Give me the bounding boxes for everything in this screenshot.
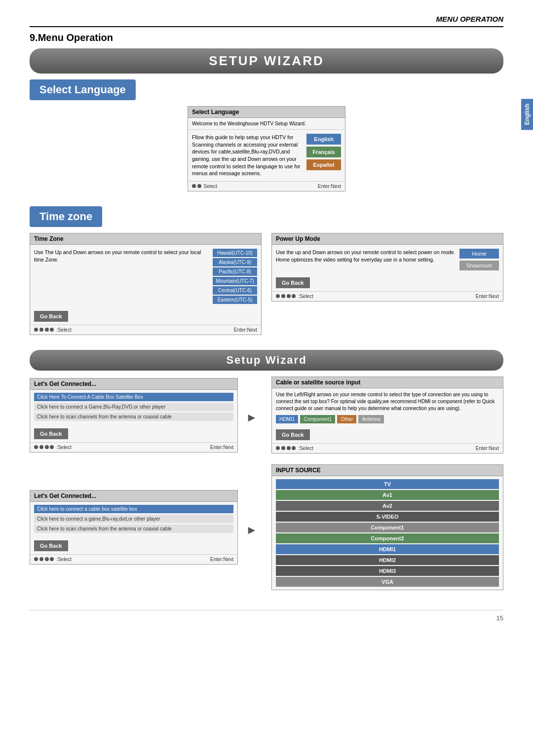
tz-eastern[interactable]: Eastern(UTC-5)	[213, 296, 257, 304]
home-button[interactable]: Home	[459, 249, 499, 259]
power-up-description: Use the up and Down arrows on your remot…	[276, 249, 456, 270]
arrow-2: ►	[242, 523, 262, 537]
cable-source-title: Cable or satellite source input	[272, 377, 503, 388]
dot10	[292, 294, 296, 298]
tz-hawaii[interactable]: Hawaii(UTC-10)	[213, 249, 257, 257]
showroom-button[interactable]: Showroom	[459, 261, 499, 270]
setup-row-1: Let's Get Connected... Click Here To Con…	[30, 377, 503, 458]
power-up-footer: :Select Enter:Next	[272, 291, 503, 301]
dot21	[45, 557, 49, 561]
lets-get-connected-1-dialog: Let's Get Connected... Click Here To Con…	[30, 378, 238, 453]
pu-footer-select: :Select	[298, 294, 313, 299]
tz-mountain[interactable]: Mountain(UTC-7)	[213, 277, 257, 285]
arrow-1: ►	[242, 411, 262, 424]
lgc2-option-2[interactable]: Click here to connect a game,Blu-ray,dvd…	[34, 515, 233, 523]
dot9	[287, 294, 291, 298]
tz-footer-icons: :Select	[34, 327, 72, 333]
dot16	[281, 446, 285, 450]
lgc2-footer-next: Enter:Next	[210, 557, 233, 562]
tz-pacific[interactable]: Pacific(UTC-8)	[213, 267, 257, 276]
francais-button[interactable]: Français	[306, 147, 341, 157]
setup-wizard-section-banner: Setup Wizard	[30, 350, 503, 371]
input-source-dialog: INPUT SOURCE TV Av1 Av2 S-VIDEO Componen…	[271, 464, 503, 590]
lgc1-footer-select: :Select	[56, 445, 72, 450]
input-hdmi3[interactable]: HDMI3	[276, 566, 499, 576]
dot8	[281, 294, 285, 298]
cable-source-go-back[interactable]: Go Back	[276, 429, 310, 440]
connected2-arrow-input: Let's Get Connected... Click here to con…	[30, 464, 262, 595]
lgc2-options: Click here to connect a cable box satell…	[30, 502, 237, 537]
power-up-go-back[interactable]: Go Back	[276, 277, 310, 288]
input-tv[interactable]: TV	[276, 479, 499, 489]
power-mode-buttons: Home Showroom	[459, 249, 499, 270]
input-av2[interactable]: Av2	[276, 501, 499, 511]
setup-row-2: Let's Get Connected... Click here to con…	[30, 464, 503, 595]
cs-footer-icons: :Select	[276, 446, 313, 451]
dot4	[39, 328, 43, 332]
lgc2-footer-select: :Select	[56, 557, 72, 562]
time-zone-dialog: Time Zone Use The Up and Down arrows on …	[30, 233, 262, 335]
dot13	[45, 445, 49, 449]
lgc2-option-1[interactable]: Click here to connect a cable box satell…	[34, 505, 233, 513]
lgc1-go-back[interactable]: Go Back	[34, 428, 68, 439]
select-language-content: Fllow this guide to help setup your HDTV…	[188, 130, 345, 181]
select-language-dialog-title: Select Language	[188, 107, 345, 118]
tz-central[interactable]: Central(UTC-6)	[213, 286, 257, 295]
lets-get-connected-2-col: Let's Get Connected... Click here to con…	[30, 490, 238, 569]
input-vga[interactable]: VGA	[276, 577, 499, 587]
tz-alaska[interactable]: Alaska(UTC-9)	[213, 258, 257, 266]
setup-wizard-banner: SETUP WIZARD	[30, 48, 503, 74]
lgc1-title: Let's Get Connected...	[30, 378, 237, 390]
dot22	[50, 557, 54, 561]
power-up-col: Power Up Mode Use the up and Down arrows…	[271, 233, 503, 340]
time-zone-go-back[interactable]: Go Back	[34, 311, 68, 322]
select-language-instructions: Fllow this guide to help setup your HDTV…	[192, 134, 303, 177]
timezone-buttons: Hawaii(UTC-10) Alaska(UTC-9) Pacific(UTC…	[213, 249, 257, 304]
source-buttons: HDMI1 Component1 Other Antenna	[276, 415, 499, 423]
espanol-button[interactable]: Español	[306, 159, 341, 170]
time-zone-dialog-title: Time Zone	[30, 233, 261, 245]
footer-select-label: Select	[204, 184, 218, 189]
lgc1-option-2[interactable]: Click here to connect a Game,Blu-Ray,DVD…	[34, 403, 233, 411]
input-av1[interactable]: Av1	[276, 490, 499, 500]
dot12	[39, 445, 43, 449]
dot1	[192, 184, 196, 188]
hdmi1-button[interactable]: HDMI1	[276, 415, 298, 423]
dot7	[276, 294, 280, 298]
lgc1-option-3[interactable]: Click here to scan channels from the ant…	[34, 413, 233, 421]
section-title: 9.Menu Operation	[30, 32, 503, 43]
pu-footer-next: Enter:Next	[476, 294, 499, 299]
english-button[interactable]: English	[306, 134, 341, 145]
lgc1-options: Click Here To Connect A Cable Box Satell…	[30, 390, 237, 425]
dot20	[39, 557, 43, 561]
cs-footer-select: :Select	[298, 446, 313, 451]
time-zone-row: Time Zone Use The Up and Down arrows on …	[30, 233, 503, 340]
time-zone-section: Time zone Time Zone Use The Up and Down …	[30, 206, 503, 340]
select-language-dialog: Select Language Welcome to the Westingho…	[188, 106, 345, 191]
other-button[interactable]: Other	[337, 415, 356, 423]
input-svideo[interactable]: S-VIDEO	[276, 512, 499, 522]
select-language-header: Select Language	[30, 79, 136, 100]
lgc1-footer: :Select Enter:Next	[30, 442, 237, 452]
antenna-button[interactable]: Antenna	[358, 415, 383, 423]
lgc2-option-3[interactable]: Click here to scan channels from the ant…	[34, 525, 233, 533]
tz-footer-next: Enter:Next	[234, 327, 257, 333]
select-language-section: Select Language Select Language Welcome …	[30, 79, 503, 196]
tz-footer-select: :Select	[56, 327, 72, 333]
input-source-content: TV Av1 Av2 S-VIDEO Component1 Component2…	[272, 476, 503, 590]
input-source-title: INPUT SOURCE	[272, 465, 503, 476]
input-hdmi1[interactable]: HDMI1	[276, 544, 499, 554]
input-comp1[interactable]: Component1	[276, 523, 499, 532]
dot6	[50, 328, 54, 332]
lgc2-footer: :Select Enter:Next	[30, 554, 237, 564]
lgc1-option-1[interactable]: Click Here To Connect A Cable Box Satell…	[34, 393, 233, 401]
dot11	[34, 445, 38, 449]
time-zone-col: Time Zone Use The Up and Down arrows on …	[30, 233, 262, 340]
lets-get-connected-1-col: Let's Get Connected... Click Here To Con…	[30, 378, 238, 457]
component1-button[interactable]: Component1	[300, 415, 335, 423]
input-comp2[interactable]: Component2	[276, 533, 499, 543]
lgc2-go-back[interactable]: Go Back	[34, 540, 68, 551]
input-hdmi2[interactable]: HDMI2	[276, 555, 499, 565]
time-zone-content: Use The Up and Down arrows on your remot…	[30, 245, 261, 308]
footer-next-label: Enter:Next	[318, 184, 341, 189]
